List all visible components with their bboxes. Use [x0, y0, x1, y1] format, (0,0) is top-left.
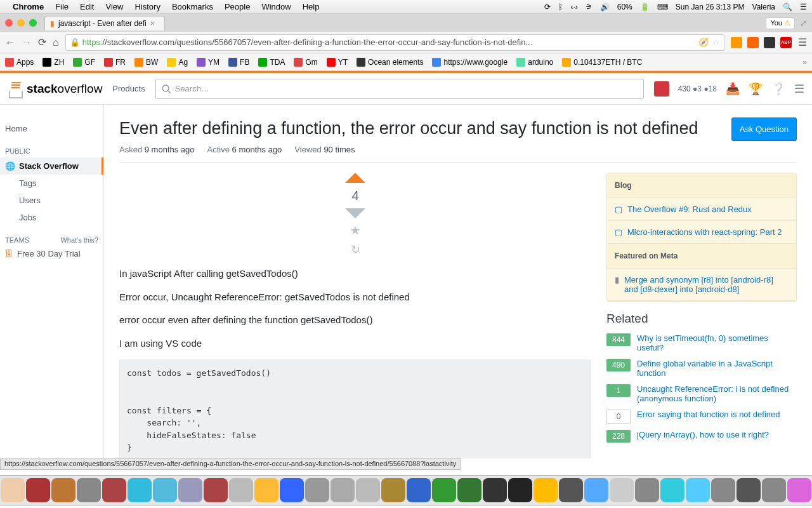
menu-edit[interactable]: Edit	[80, 2, 94, 11]
bookmark-item[interactable]: FR	[104, 58, 126, 67]
dock-app-icon[interactable]	[432, 478, 456, 502]
related-item[interactable]: 228jQuery inArray(), how to use it right…	[606, 430, 797, 443]
home-button[interactable]: ⌂	[53, 37, 59, 48]
window-maximize[interactable]	[29, 19, 37, 27]
datetime[interactable]: Sun Jan 26 3:13 PM	[676, 3, 745, 11]
battery-icon[interactable]: 🔋	[640, 3, 650, 11]
timeline-icon[interactable]: ↻	[351, 243, 360, 257]
menu-file[interactable]: File	[55, 2, 69, 11]
wifi-icon[interactable]: ⚞	[586, 3, 593, 11]
dock-app-icon[interactable]	[711, 478, 735, 502]
fullscreen-icon[interactable]: ⤢	[800, 18, 807, 28]
browser-tab[interactable]: ▮ javascript - Even after defi ×	[44, 16, 165, 30]
dock-app-icon[interactable]	[686, 478, 710, 502]
dock-app-icon[interactable]	[407, 478, 431, 502]
ext-icon-abp[interactable]: ABP	[780, 37, 792, 48]
related-item[interactable]: 0Error saying that function is not defin…	[606, 410, 797, 424]
dock-app-icon[interactable]	[787, 478, 811, 502]
sync-icon[interactable]: ⟳	[544, 3, 551, 11]
ext-icon-3[interactable]	[764, 37, 775, 48]
menu-app[interactable]: Chrome	[13, 2, 44, 11]
nav-stackoverflow[interactable]: 🌐 Stack Overflow	[0, 157, 103, 175]
compass-icon[interactable]: 🧭	[698, 37, 709, 47]
dock-app-icon[interactable]	[178, 478, 202, 502]
dock-app-icon[interactable]	[128, 478, 152, 502]
user-avatar[interactable]	[654, 81, 669, 97]
meta-item-1[interactable]: ▮Merge and synonym [r8] into [android-r8…	[607, 269, 796, 301]
reload-button[interactable]: ⟳	[38, 36, 46, 48]
bookmark-item[interactable]: FB	[228, 58, 249, 67]
menu-bookmarks[interactable]: Bookmarks	[172, 2, 213, 11]
dock-app-icon[interactable]	[584, 478, 608, 502]
dock-app-icon[interactable]	[305, 478, 329, 502]
help-icon[interactable]: ❔	[771, 82, 785, 96]
bookmarks-overflow[interactable]: »	[802, 58, 807, 67]
bookmark-item[interactable]: Gm	[294, 58, 317, 67]
bookmark-item[interactable]: ZH	[43, 58, 64, 67]
address-bar[interactable]: 🔒 https://stackoverflow.com/questions/55…	[65, 34, 724, 51]
dock-app-icon[interactable]	[102, 478, 126, 502]
reputation[interactable]: 430 ●3 ●18	[678, 84, 717, 93]
window-minimize[interactable]	[17, 19, 25, 27]
bookmark-item[interactable]: 0.104137ETH / BTC	[562, 58, 642, 67]
dock-app-icon[interactable]	[635, 478, 659, 502]
ask-question-button[interactable]: Ask Question	[731, 117, 797, 141]
dock-app-icon[interactable]	[331, 478, 355, 502]
blog-item-1[interactable]: ▢The Overflow #9: Rust and Redux	[607, 198, 796, 221]
dock-app-icon[interactable]	[762, 478, 786, 502]
dock-app-icon[interactable]	[1, 478, 25, 502]
bookmark-item[interactable]: BW	[134, 58, 158, 67]
dock-app-icon[interactable]	[483, 478, 507, 502]
dock-app-icon[interactable]	[508, 478, 532, 502]
dock-app-icon[interactable]	[51, 478, 75, 502]
menu-help[interactable]: Help	[303, 2, 320, 11]
related-item[interactable]: 490Define global variable in a JavaScrip…	[606, 359, 797, 378]
nav-tags[interactable]: Tags	[0, 175, 103, 192]
bookmark-item[interactable]: Ocean elements	[357, 58, 423, 67]
dock-app-icon[interactable]	[204, 478, 228, 502]
bluetooth-icon[interactable]: ᛒ	[558, 3, 563, 11]
dock-app-icon[interactable]	[457, 478, 481, 502]
related-item[interactable]: 1Uncaught ReferenceError: i is not defin…	[606, 384, 797, 403]
menu-window[interactable]: Window	[261, 2, 291, 11]
downvote-button[interactable]	[345, 208, 365, 218]
bookmark-item[interactable]: Apps	[5, 58, 34, 67]
related-item[interactable]: 844Why is setTimeout(fn, 0) sometimes us…	[606, 333, 797, 352]
dock-app-icon[interactable]	[534, 478, 558, 502]
achievements-icon[interactable]: 🏆	[749, 82, 763, 96]
bookmark-star-icon[interactable]: ☆	[712, 37, 720, 47]
nav-home[interactable]: Home	[0, 120, 103, 137]
ext-icon-1[interactable]	[731, 37, 742, 48]
chrome-menu-icon[interactable]: ☰	[798, 36, 807, 48]
bookmark-item[interactable]: TDA	[258, 58, 285, 67]
free-trial-link[interactable]: 🗄 Free 30 Day Trial	[0, 246, 103, 261]
bookmark-item[interactable]: https://www.google	[432, 58, 508, 67]
dock-app-icon[interactable]	[26, 478, 50, 502]
favorite-button[interactable]: ★	[350, 224, 360, 237]
whats-this-link[interactable]: What's this?	[60, 236, 98, 244]
products-link[interactable]: Products	[112, 84, 145, 93]
bookmark-item[interactable]: GF	[73, 58, 95, 67]
so-logo[interactable]: stackoverflow	[8, 79, 102, 98]
input-icon[interactable]: ⌨	[657, 3, 668, 11]
menu-view[interactable]: View	[105, 2, 123, 11]
upvote-button[interactable]	[345, 173, 365, 183]
bookmark-item[interactable]: arduino	[516, 58, 553, 67]
nav-jobs[interactable]: Jobs	[0, 209, 103, 226]
dock-app-icon[interactable]	[229, 478, 253, 502]
tab-close-icon[interactable]: ×	[150, 19, 155, 28]
nav-users[interactable]: Users	[0, 192, 103, 209]
code-icon[interactable]: ‹·›	[570, 3, 577, 11]
dock-app-icon[interactable]	[153, 478, 177, 502]
dock-app-icon[interactable]	[559, 478, 583, 502]
dock-app-icon[interactable]	[77, 478, 101, 502]
dock-app-icon[interactable]	[660, 478, 684, 502]
bookmark-item[interactable]: YT	[327, 58, 348, 67]
menu-history[interactable]: History	[134, 2, 160, 11]
inbox-icon[interactable]: 📥	[726, 82, 740, 96]
menu-people[interactable]: People	[225, 2, 250, 11]
search-input[interactable]: Search…	[155, 79, 644, 99]
dock-app-icon[interactable]	[610, 478, 634, 502]
dock-app-icon[interactable]	[254, 478, 278, 502]
dock-app-icon[interactable]	[280, 478, 304, 502]
